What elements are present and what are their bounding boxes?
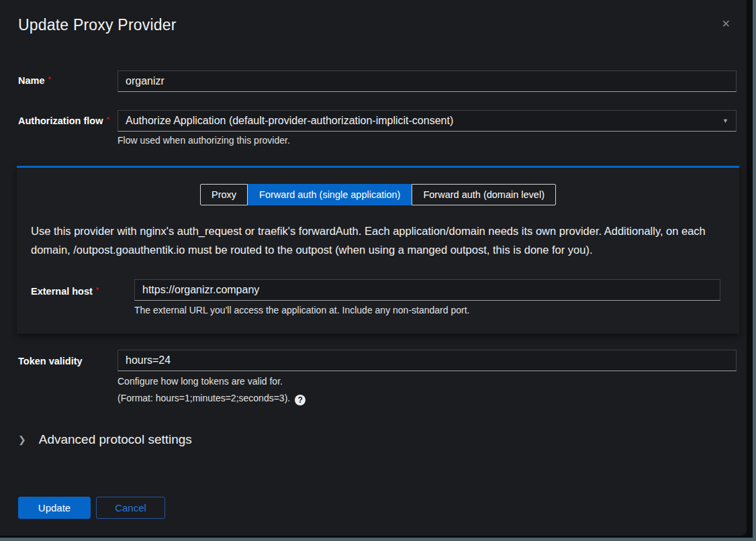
update-button[interactable]: Update <box>18 497 91 519</box>
authorization-flow-label: Authorization flow* <box>18 115 109 126</box>
name-label-text: Name <box>18 75 45 86</box>
required-marker: * <box>106 115 109 124</box>
token-validity-label: Token validity <box>18 356 83 366</box>
token-validity-help-line1: Configure how long tokens are valid for. <box>117 376 283 387</box>
token-validity-help-line2: (Format: hours=1;minutes=2;seconds=3).? <box>117 393 305 405</box>
update-proxy-provider-modal: Update Proxy Provider ✕ Name* Authorizat… <box>0 0 747 536</box>
close-icon[interactable]: ✕ <box>722 19 730 30</box>
external-host-label: External host* <box>31 286 99 297</box>
advanced-protocol-settings-label: Advanced protocol settings <box>39 432 192 447</box>
external-host-label-text: External host <box>31 286 93 297</box>
name-input[interactable] <box>117 70 737 92</box>
window-edge-right <box>753 0 756 541</box>
required-marker: * <box>48 75 51 83</box>
help-icon[interactable]: ? <box>295 395 305 405</box>
chevron-right-icon: ❯ <box>18 435 26 444</box>
authorization-flow-label-text: Authorization flow <box>18 115 103 126</box>
authorization-flow-help: Flow used when authorizing this provider… <box>117 135 290 146</box>
name-label: Name* <box>18 75 51 86</box>
tab-forward-auth-single-application[interactable]: Forward auth (single application) <box>248 184 412 205</box>
page-title: Update Proxy Provider <box>18 16 177 34</box>
advanced-protocol-settings-toggle[interactable]: ❯ Advanced protocol settings <box>18 432 192 447</box>
external-host-input[interactable] <box>134 279 720 301</box>
tab-proxy[interactable]: Proxy <box>200 184 248 205</box>
tab-forward-auth-domain-level[interactable]: Forward auth (domain level) <box>412 184 556 205</box>
token-validity-input[interactable] <box>117 350 737 371</box>
authorization-flow-select[interactable]: Authorize Application (default-provider-… <box>117 110 737 132</box>
token-validity-format-text: (Format: hours=1;minutes=2;seconds=3). <box>117 393 290 403</box>
proxy-mode-card: Proxy Forward auth (single application) … <box>17 166 739 334</box>
proxy-mode-toggle-group: Proxy Forward auth (single application) … <box>17 184 739 205</box>
mode-description: Use this provider with nginx's auth_requ… <box>31 222 725 259</box>
authorization-flow-selected-value[interactable]: Authorize Application (default-provider-… <box>117 110 737 132</box>
token-validity-label-text: Token validity <box>18 356 83 366</box>
required-marker: * <box>96 286 99 294</box>
window-edge-bottom <box>0 538 756 541</box>
cancel-button[interactable]: Cancel <box>96 497 165 519</box>
external-host-help: The external URL you'll access the appli… <box>134 305 469 315</box>
